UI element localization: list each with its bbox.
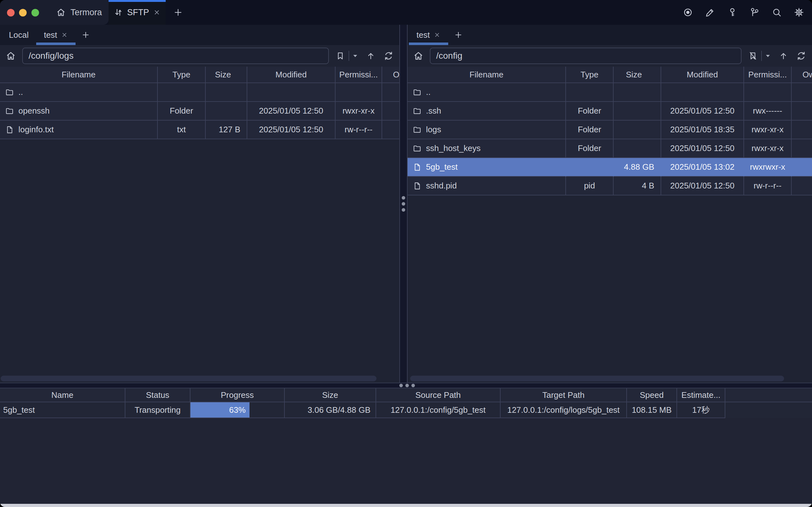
transfers-panel: Name Status Progress Size Source Path Ta… <box>0 388 812 507</box>
file-row[interactable]: .. <box>0 83 399 102</box>
size-cell <box>206 83 247 102</box>
record-button[interactable] <box>681 5 695 20</box>
column-header-owner[interactable]: Ow <box>792 67 812 83</box>
left-tab-local[interactable]: Local <box>1 25 36 45</box>
bookmark-slash-icon[interactable] <box>747 49 759 63</box>
transfers-header: Name Status Progress Size Source Path Ta… <box>0 388 812 402</box>
right-pane-tabs: test <box>408 25 812 45</box>
home-button[interactable] <box>412 49 425 63</box>
column-header-source-path[interactable]: Source Path <box>376 388 501 402</box>
tab-sftp[interactable]: SFTP <box>109 0 166 25</box>
bookmark-dropdown-icon[interactable] <box>764 49 772 63</box>
size-cell <box>613 83 661 102</box>
parent-directory-button[interactable] <box>777 49 790 63</box>
path-input[interactable] <box>430 48 742 64</box>
column-header-target-path[interactable]: Target Path <box>501 388 627 402</box>
owner-cell <box>382 121 399 139</box>
titlebar: Termora SFTP <box>0 0 812 25</box>
file-row[interactable]: sshd.pid pid 4 B 2025/01/05 12:50 rw-r--… <box>408 177 812 195</box>
refresh-button[interactable] <box>382 49 395 63</box>
modified-cell: 2025/01/05 12:50 <box>247 121 335 139</box>
home-button[interactable] <box>4 49 17 63</box>
toolbar-separator <box>761 51 762 61</box>
right-tab-test[interactable]: test <box>409 25 448 45</box>
minimize-window-button[interactable] <box>19 9 27 16</box>
horizontal-scrollbar-thumb[interactable] <box>1 376 376 381</box>
path-input[interactable] <box>22 48 329 64</box>
right-tab-test-label: test <box>417 30 430 40</box>
column-header-speed[interactable]: Speed <box>627 388 677 402</box>
keychain-button[interactable] <box>747 5 762 20</box>
column-header-name[interactable]: Name <box>0 388 125 402</box>
size-cell <box>613 139 661 158</box>
column-header-filename[interactable]: Filename <box>408 67 566 83</box>
column-header-filename[interactable]: Filename <box>0 67 158 83</box>
column-header-modified[interactable]: Modified <box>247 67 335 83</box>
close-tab-icon[interactable] <box>153 9 161 16</box>
column-header-size[interactable]: Size <box>613 67 661 83</box>
bottom-scrollbar-thumb[interactable] <box>0 504 812 507</box>
search-button[interactable] <box>769 5 784 20</box>
toolbar-separator <box>348 51 349 61</box>
file-row[interactable]: .ssh Folder 2025/01/05 12:50 rwx------ <box>408 102 812 121</box>
owner-cell <box>382 102 399 121</box>
permissions-cell <box>335 83 382 102</box>
file-row[interactable]: openssh Folder 2025/01/05 12:50 rwxr-xr-… <box>0 102 399 121</box>
column-header-status[interactable]: Status <box>125 388 191 402</box>
file-row-selected[interactable]: 5gb_test 4.88 GB 2025/01/05 13:02 rwxrwx… <box>408 158 812 177</box>
active-tab-indicator <box>109 0 166 2</box>
refresh-button[interactable] <box>795 49 808 63</box>
close-tab-icon[interactable] <box>434 32 441 38</box>
column-header-estimate[interactable]: Estimate... <box>677 388 725 402</box>
transfer-estimate: 17秒 <box>677 402 725 418</box>
progress-fill: 63% <box>191 402 250 417</box>
column-header-modified[interactable]: Modified <box>661 67 744 83</box>
edit-button[interactable] <box>703 5 717 20</box>
bookmark-dropdown-icon[interactable] <box>351 49 359 63</box>
owner-cell <box>792 102 812 121</box>
folder-icon <box>413 125 422 134</box>
close-window-button[interactable] <box>7 9 15 16</box>
parent-directory-button[interactable] <box>365 49 377 63</box>
folder-icon <box>413 144 422 153</box>
column-header-type[interactable]: Type <box>158 67 206 83</box>
type-cell: Folder <box>566 121 613 139</box>
close-tab-icon[interactable] <box>61 32 68 38</box>
new-tab-button[interactable] <box>172 6 184 18</box>
tab-termora[interactable]: Termora <box>56 0 102 25</box>
modified-cell: 2025/01/05 12:50 <box>661 139 744 158</box>
pane-divider[interactable] <box>399 25 408 383</box>
column-header-size[interactable]: Size <box>206 67 247 83</box>
right-new-tab-button[interactable] <box>448 25 469 45</box>
filename-label: ssh_host_keys <box>426 144 481 153</box>
left-pane-toolbar <box>0 45 399 67</box>
horizontal-splitter[interactable] <box>0 383 812 388</box>
permissions-cell <box>744 83 792 102</box>
left-new-tab-button[interactable] <box>75 25 96 45</box>
bookmark-group <box>334 49 359 63</box>
file-row[interactable]: ssh_host_keys Folder 2025/01/05 12:50 rw… <box>408 139 812 158</box>
type-cell: Folder <box>158 102 206 121</box>
transfer-row[interactable]: 5gb_test Transporting 63% 3.06 GB/4.88 G… <box>0 402 812 418</box>
horizontal-scrollbar-thumb[interactable] <box>410 376 784 381</box>
transfer-progress-cell: 63% <box>191 402 285 418</box>
column-header-permissions[interactable]: Permissi... <box>335 67 382 83</box>
permissions-cell: rwxr-xr-x <box>335 102 382 121</box>
column-header-permissions[interactable]: Permissi... <box>744 67 792 83</box>
key-button[interactable] <box>725 5 740 20</box>
column-header-size[interactable]: Size <box>285 388 376 402</box>
settings-button[interactable] <box>792 5 806 20</box>
column-header-type[interactable]: Type <box>566 67 613 83</box>
file-row[interactable]: logs Folder 2025/01/05 18:35 rwxr-xr-x <box>408 121 812 139</box>
column-header-owner[interactable]: Ow <box>382 67 399 83</box>
zoom-window-button[interactable] <box>32 9 39 16</box>
folder-icon <box>413 107 422 115</box>
left-tab-test[interactable]: test <box>36 25 75 45</box>
column-header-progress[interactable]: Progress <box>191 388 285 402</box>
bookmark-icon[interactable] <box>334 49 347 63</box>
size-cell <box>613 121 661 139</box>
file-row[interactable]: loginfo.txt txt 127 B 2025/01/05 12:50 r… <box>0 121 399 139</box>
file-row[interactable]: .. <box>408 83 812 102</box>
permissions-cell: rwxr-xr-x <box>744 139 792 158</box>
modified-cell: 2025/01/05 12:50 <box>661 177 744 195</box>
